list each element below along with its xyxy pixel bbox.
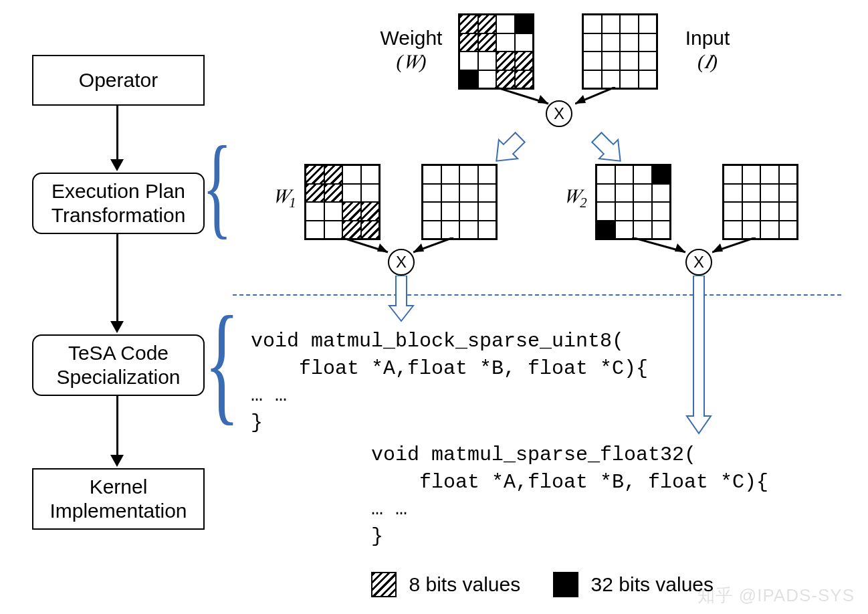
tesa-label: TeSA Code Specialization [56,341,180,389]
w1-matrix [304,164,381,240]
input-matrix-copy-2 [722,164,798,240]
weight-matrix [458,13,534,90]
svg-marker-19 [389,306,413,321]
legend-8bit-label: 8 bits values [409,573,520,595]
i-to-mult-line [575,87,655,116]
input-matrix-copy-1 [421,164,498,240]
svg-marker-13 [413,243,424,252]
legend-black-swatch-icon [553,572,578,597]
operator-label: Operator [79,68,158,92]
svg-rect-20 [397,304,406,308]
svg-marker-22 [687,416,711,433]
i1-to-mult-line [413,237,494,267]
split-arrow-right-icon [582,129,635,169]
svg-rect-21 [693,276,704,416]
mult-circle-left-icon: X [388,249,415,276]
hollow-arrow-left-icon [388,276,415,322]
mult-circle-right-icon: X [685,249,712,276]
exec-plan-label: Execution Plan Transformation [51,179,186,227]
svg-marker-11 [377,243,388,252]
svg-rect-23 [694,414,703,418]
operator-box: Operator [32,55,205,106]
code-fn2: void matmul_sparse_float32( float *A,flo… [371,441,768,550]
exec-plan-box: Execution Plan Transformation [32,173,205,234]
split-arrow-left-icon [481,129,535,169]
brace-tesa-icon: { [205,255,240,470]
code-fn1: void matmul_block_sparse_uint8( float *A… [251,328,648,436]
legend-32bit-label: 32 bits values [591,573,714,595]
input-matrix [582,13,658,90]
svg-marker-15 [675,243,685,252]
mult-circle-top-icon: X [546,100,572,127]
legend: 8 bits values 32 bits values [371,572,714,597]
w2-label: 𝑊2 [555,185,595,211]
i2-to-mult-line [712,237,792,267]
kernel-label: Kernel Implementation [49,475,187,523]
svg-marker-1 [538,95,548,104]
w2-matrix [595,164,671,240]
legend-hatch-swatch-icon [371,572,397,597]
dashed-separator [233,294,841,296]
w1-label: 𝑊1 [264,185,304,211]
kernel-box: Kernel Implementation [32,468,205,530]
watermark: 知乎 @IPADS-SYS [697,584,855,607]
weight-label: Weight (𝑊) [371,27,451,73]
tesa-box: TeSA Code Specialization [32,334,205,396]
input-label: Input (𝐼) [667,27,748,73]
svg-marker-3 [575,95,586,104]
svg-rect-18 [396,276,407,306]
hollow-arrow-right-icon [685,276,712,436]
svg-marker-17 [712,243,723,252]
